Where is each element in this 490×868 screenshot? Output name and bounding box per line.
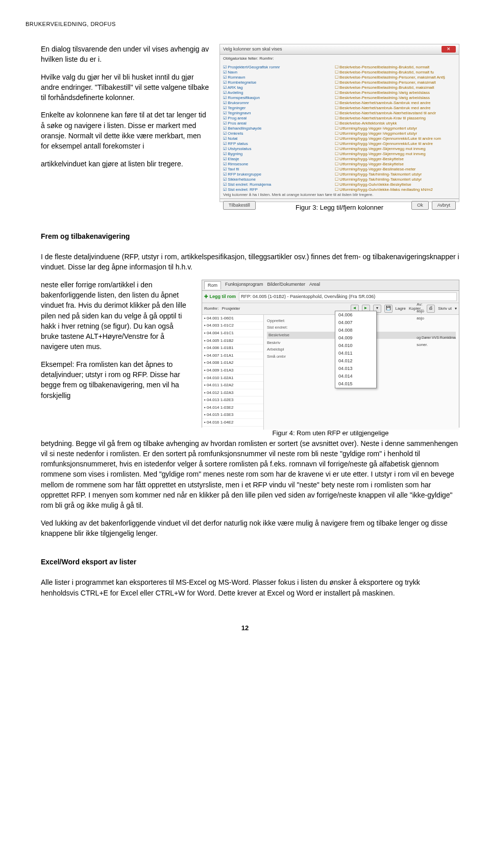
dropdown-item[interactable]: 04.007 (335, 319, 376, 327)
column-option[interactable]: ☑ Utstyrsstatus (223, 146, 335, 152)
nav-paragraph-3: Eksempel: Fra romlisten kan det åpnes to… (41, 359, 191, 401)
column-option[interactable]: ☑ Bruksromnr (223, 101, 335, 106)
save-icon[interactable]: 💾 (384, 305, 393, 313)
column-option[interactable]: ☐ Beskrivelse-Personellbelastning-Varig … (335, 95, 447, 101)
list-item[interactable]: ▪ 04.010 1-02A1 (202, 375, 263, 382)
list-item[interactable]: ▪ 04.016 1-04E2 (202, 419, 263, 427)
nav-paragraph-1: I de fleste detaljvinduene (RFP, utstyr … (41, 252, 459, 272)
column-option[interactable]: ☐ Beskrivelse-Personellbelastning-Brukst… (335, 70, 447, 75)
column-option[interactable]: ☑ Avdeling (223, 90, 335, 95)
figure-4-window: RomFunksjonsprogramBilder/DokumenterArea… (202, 280, 459, 428)
column-option[interactable]: ☑ Romspesifikasjon (223, 95, 335, 101)
dropdown-item[interactable]: 04.012 (335, 357, 376, 365)
column-option[interactable]: ☑ Pros areal (223, 121, 335, 126)
column-option[interactable]: ☐ Beskrivelse-Personellbelastning-Varig … (335, 90, 447, 95)
column-option[interactable]: ☑ Omkrets (223, 131, 335, 136)
column-option[interactable]: ☐ Utforming/bygg-Vegger-Gjennomrekk/Luke… (335, 136, 447, 141)
column-option[interactable]: ☐ Utforming/bygg-Vegger-Beskyttelse (335, 157, 447, 162)
column-option[interactable]: ☐ Beskrivelse-Personellbelastning-Brukst… (335, 65, 447, 70)
column-option[interactable]: ☐ Beskrivelse-Personellbelastning-Person… (335, 80, 447, 85)
column-option[interactable]: ☐ Beskrivelse-Arkitektonisk utrykk (335, 121, 447, 126)
tab-funksjonsprogram[interactable]: Funksjonsprogram (225, 281, 263, 289)
reset-button[interactable]: Tilbakestill (223, 201, 256, 210)
column-option[interactable]: ☐ Beskrivelse-Personellbelastning-Person… (335, 75, 447, 80)
dropdown-item[interactable]: 04.015 (335, 380, 376, 388)
column-option[interactable]: ☑ Etasje (223, 157, 335, 162)
room-list[interactable]: ▪ 04.001 1-06D1▪ 04.003 1-01C2▪ 04.004 1… (202, 315, 264, 430)
tab-bilder/dokumenter[interactable]: Bilder/Dokumenter (267, 281, 306, 289)
list-item[interactable]: ▪ 04.001 1-06D1 (202, 315, 263, 323)
column-option[interactable]: ☑ RFP status (223, 141, 335, 146)
column-option[interactable]: ☐ Utforming/bygg-Vegger-Veggmontert utst… (335, 126, 447, 131)
section-nav-head: Frem og tilbakenavigering (41, 231, 459, 241)
list-item[interactable]: ▪ 04.006 1-01B1 (202, 344, 263, 352)
column-option[interactable]: ☑ Rimsesone (223, 162, 335, 167)
av-label: Av: (416, 302, 456, 308)
list-item[interactable]: ▪ 04.012 1-02A3 (202, 389, 263, 397)
column-option[interactable]: ☑ Prosjektert/Geografisk romnr (223, 65, 335, 70)
doc-header: BRUKERVEILEDNING, DROFUS (26, 20, 464, 29)
close-icon[interactable]: ✕ (442, 46, 456, 53)
column-option[interactable]: ☑ Sikkerhetssone (223, 177, 335, 182)
dropdown-item[interactable]: 04.014 (335, 373, 376, 380)
list-item[interactable]: ▪ 04.014 1-03E2 (202, 404, 263, 412)
dropdown-item[interactable]: 04.010 (335, 342, 376, 350)
add-room-button[interactable]: ✚ Legg til rom (204, 293, 236, 300)
column-option[interactable]: ☐ Beskrivelse-Personellbelastning-Brukst… (335, 85, 447, 90)
list-item[interactable]: ▪ 04.007 1-01A1 (202, 352, 263, 360)
column-option[interactable]: ☑ Navn (223, 70, 335, 75)
column-option[interactable]: ☐ Utforming/bygg-Vegger-Beslinatese-mete… (335, 167, 447, 172)
column-option[interactable]: ☐ Beskrivelse-Nærhet/sambruk-Nærhet/avst… (335, 111, 447, 116)
list-item[interactable]: ▪ 04.015 1-03E3 (202, 411, 263, 419)
column-option[interactable]: ☑ Tegningnavn (223, 111, 335, 116)
column-option[interactable]: ☐ Utforming/bygg-Vegger-Beskyttelse (335, 162, 447, 167)
column-option[interactable]: ☑ Sist endret: RFP (223, 187, 335, 192)
column-option[interactable]: ☐ Utforming/bygg-Vegger-Veggmontert utst… (335, 131, 447, 136)
column-option[interactable]: ☑ Prog areal (223, 116, 335, 121)
column-option[interactable]: ☑ Bygning (223, 152, 335, 157)
column-option[interactable]: ☐ Utforming/bygg-Tak/himling-Takmontert … (335, 172, 447, 177)
list-item[interactable]: ▪ 04.005 1-01B2 (202, 337, 263, 345)
cancel-button[interactable]: Avbryt (432, 201, 456, 210)
column-option[interactable]: ☐ Utforming/bygg-Vegger-Skjermvegg mot i… (335, 146, 447, 152)
column-option[interactable]: ☐ Utforming/bygg-Vegger-Gjennomrekk/Luke… (335, 141, 447, 146)
column-option[interactable]: ☑ Behandlingshøyde (223, 126, 335, 131)
column-option[interactable]: ☐ Beskrivelse-Nærhet/sambruk-Krav til pl… (335, 116, 447, 121)
column-option[interactable]: ☑ Romnavn (223, 75, 335, 80)
column-list-left[interactable]: ☑ Prosjektert/Geografisk romnr☑ Navn☑ Ro… (223, 65, 335, 190)
column-option[interactable]: ☐ Beskrivelse-Nærhet/sambruk-Sambruk med… (335, 106, 447, 111)
list-item[interactable]: ▪ 04.009 1-01A3 (202, 367, 263, 375)
column-option[interactable]: ☐ Utforming/bygg-Tak/himling-Takmontert … (335, 177, 447, 182)
column-option[interactable]: ☑ Notat (223, 136, 335, 141)
column-option[interactable]: ☑ ARK tag (223, 85, 335, 90)
dialog-footer-note: Velg kolonner å ha i listen. Merk at ora… (220, 192, 459, 199)
column-option[interactable]: ☑ Tegninger (223, 106, 335, 111)
nav-paragraph-2: neste eller forrige rom/artikkel i den b… (41, 280, 191, 352)
dropdown-item[interactable]: 04.008 (335, 327, 376, 334)
nav-dropdown[interactable]: 04.00604.00704.00804.00904.01004.01104.0… (335, 311, 377, 388)
column-option[interactable]: ☐ Utforming/bygg-Gulv/dekke-Beskyttelse (335, 182, 447, 187)
column-option[interactable]: ☐ Utforming/bygg-Vegger-Skjermvegg mot i… (335, 152, 447, 157)
column-option[interactable]: ☑ RFP brukergruppe (223, 172, 335, 177)
soner-label: soner. (416, 342, 456, 348)
column-option[interactable]: ☐ Utforming/bygg-Gulv/dekke-Maks nedlast… (335, 187, 447, 192)
tab-rom[interactable]: Rom (204, 281, 221, 289)
save-button[interactable]: Lagre (396, 306, 406, 312)
list-item[interactable]: ▪ 04.011 1-02A2 (202, 382, 263, 389)
list-item[interactable]: ▪ 04.004 1-01C1 (202, 330, 263, 337)
tab-areal[interactable]: Areal (309, 281, 320, 289)
dropdown-item[interactable]: 04.009 (335, 334, 376, 342)
list-item[interactable]: ▪ 04.008 1-01A2 (202, 359, 263, 367)
column-option[interactable]: ☑ Sist endret: Romskjema (223, 182, 335, 187)
column-option[interactable]: ☑ Rombetegnelse (223, 80, 335, 85)
column-option[interactable]: ☑ Tavl fil (223, 167, 335, 172)
dropdown-item[interactable]: 04.011 (335, 350, 376, 357)
column-option[interactable]: ☐ Beskrivelse-Nærhet/sambruk-Sambruk med… (335, 101, 447, 106)
ok-button[interactable]: Ok (411, 201, 429, 210)
dropdown-item[interactable]: 04.006 (335, 311, 376, 319)
column-list-right[interactable]: ☐ Beskrivelse-Personellbelastning-Brukst… (335, 65, 447, 190)
dropdown-item[interactable]: 04.013 (335, 365, 376, 373)
list-item[interactable]: ▪ 04.013 1-02E3 (202, 396, 263, 404)
add-room-label: Legg til rom (210, 294, 236, 299)
list-item[interactable]: ▪ 04.003 1-01C2 (202, 322, 263, 330)
